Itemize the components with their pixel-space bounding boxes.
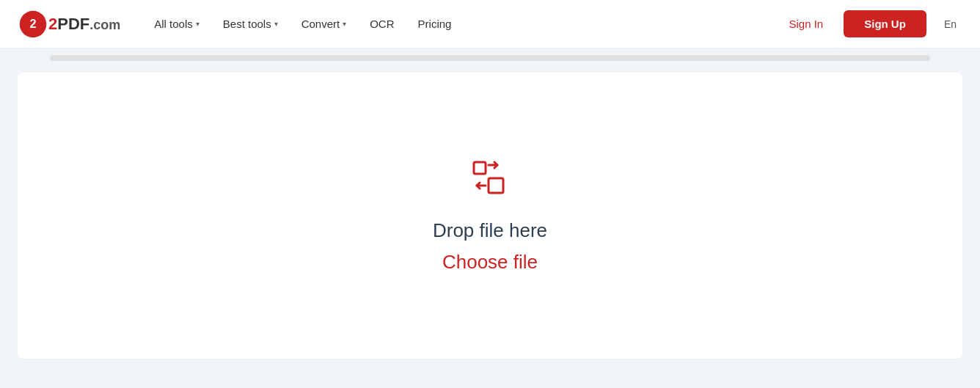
- header-right: Sign In Sign Up En: [780, 10, 963, 37]
- nav-all-tools-label: All tools: [154, 18, 193, 30]
- logo-icon: 2: [18, 9, 48, 40]
- logo-2: 2: [48, 15, 57, 33]
- logo-text: 2PDF.com: [48, 15, 120, 34]
- nav-pricing-label: Pricing: [418, 18, 452, 30]
- main-nav: All tools ▾ Best tools ▾ Convert ▾ OCR P…: [144, 12, 461, 36]
- choose-file-button[interactable]: Choose file: [442, 251, 538, 274]
- upload-icon-container: [469, 158, 511, 202]
- nav-best-tools[interactable]: Best tools ▾: [213, 12, 288, 36]
- chevron-down-icon-2: ▾: [274, 20, 278, 28]
- convert-icon: [469, 158, 511, 199]
- nav-ocr-label: OCR: [370, 18, 394, 30]
- logo-pdf: PDF: [57, 15, 89, 33]
- chevron-down-icon: ▾: [196, 20, 200, 28]
- chevron-down-icon-3: ▾: [343, 20, 346, 28]
- main-content: Drop file here Choose file: [0, 61, 980, 370]
- nav-convert-label: Convert: [301, 18, 340, 30]
- nav-best-tools-label: Best tools: [223, 18, 271, 30]
- drop-file-text: Drop file here: [433, 219, 547, 242]
- nav-ocr[interactable]: OCR: [359, 12, 404, 36]
- svg-rect-2: [474, 162, 486, 174]
- progress-bar-container: [50, 55, 930, 61]
- header: 2 2PDF.com All tools ▾ Best tools ▾ Conv…: [0, 0, 980, 48]
- nav-convert[interactable]: Convert ▾: [291, 12, 357, 36]
- svg-text:2: 2: [29, 17, 36, 30]
- header-left: 2 2PDF.com All tools ▾ Best tools ▾ Conv…: [18, 9, 461, 40]
- upload-card: Drop file here Choose file: [18, 73, 962, 359]
- sign-in-button[interactable]: Sign In: [780, 12, 833, 36]
- language-selector[interactable]: En: [938, 14, 962, 34]
- nav-all-tools[interactable]: All tools ▾: [144, 12, 210, 36]
- svg-rect-3: [489, 178, 503, 193]
- logo-dotcom: .com: [89, 18, 120, 32]
- progress-bar-area: [0, 48, 980, 61]
- sign-up-button[interactable]: Sign Up: [844, 10, 926, 37]
- nav-pricing[interactable]: Pricing: [408, 12, 462, 36]
- logo[interactable]: 2 2PDF.com: [18, 9, 120, 40]
